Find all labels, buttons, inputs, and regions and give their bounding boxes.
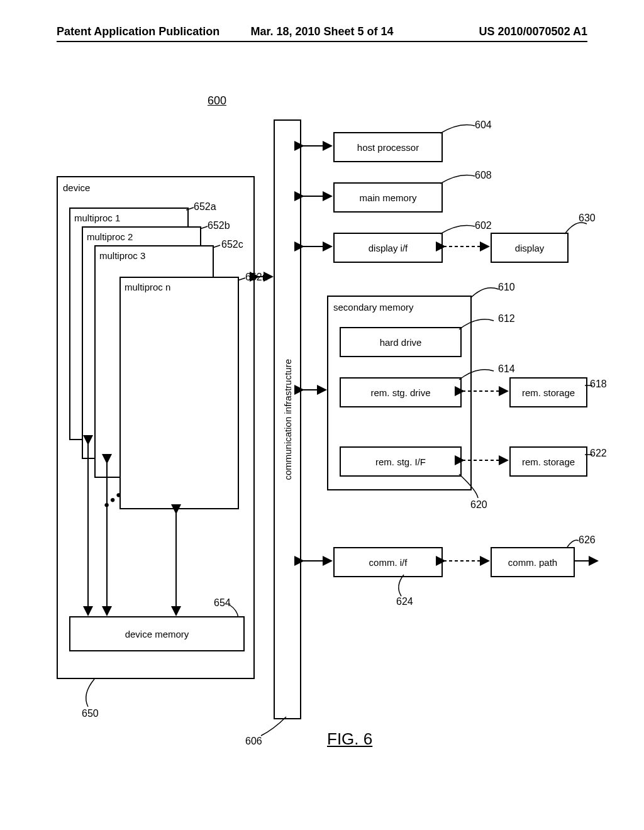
ref-mpn: 652n (245, 272, 268, 283)
ref-dispif: 602 (475, 220, 492, 231)
header-left: Patent Application Publication (57, 25, 233, 38)
host-processor-box: host processor (333, 132, 443, 162)
ref-bus: 606 (245, 736, 262, 747)
multiproc-3-label: multiproc 3 (99, 250, 145, 261)
ref-mp3: 652c (221, 239, 243, 250)
ref-rs1: 618 (590, 379, 607, 390)
header-center: Mar. 18, 2010 Sheet 5 of 14 (233, 25, 410, 38)
display-if-box: display i/f (333, 233, 443, 263)
main-memory-label: main memory (360, 192, 417, 203)
rem-stg-if-box: rem. stg. I/F (340, 446, 462, 477)
ref-rsd: 614 (498, 363, 515, 375)
device-memory-label: device memory (125, 629, 189, 639)
bus-label: communication infrastructure (282, 359, 293, 480)
ref-device: 650 (82, 708, 99, 719)
ref-display: 630 (579, 213, 596, 224)
display-box: display (491, 233, 569, 263)
figure-area: 600 communication infrastructure 606 hos… (57, 94, 587, 799)
display-label: display (515, 243, 545, 253)
ref-rs2: 622 (590, 448, 607, 459)
multiproc-n-box: multiproc n (119, 277, 239, 509)
comm-if-box: comm. i/f (333, 547, 443, 577)
main-memory-box: main memory (333, 182, 443, 213)
ref-main: 608 (475, 170, 492, 181)
ref-rsf: 620 (470, 499, 487, 511)
comm-path-box: comm. path (491, 547, 575, 577)
multiproc-n-label: multiproc n (125, 282, 170, 292)
ref-mp2: 652b (208, 220, 230, 231)
ref-secmem: 610 (498, 282, 515, 293)
multiproc-2-label: multiproc 2 (87, 231, 133, 242)
hard-drive-label: hard drive (380, 337, 422, 348)
figure-caption: FIG. 6 (327, 729, 372, 749)
ref-cif: 624 (396, 596, 413, 607)
rem-storage-2-box: rem. storage (509, 446, 587, 477)
ref-dmem: 654 (214, 597, 231, 609)
secondary-memory-label: secondary memory (333, 302, 414, 313)
rem-storage-1-box: rem. storage (509, 377, 587, 407)
comm-if-label: comm. i/f (369, 557, 408, 568)
rem-stg-drive-label: rem. stg. drive (370, 387, 430, 398)
page-header: Patent Application Publication Mar. 18, … (57, 25, 587, 42)
multiproc-1-label: multiproc 1 (74, 213, 120, 223)
rem-storage-2-label: rem. storage (522, 456, 575, 467)
header-right: US 2010/0070502 A1 (411, 25, 587, 38)
display-if-label: display i/f (369, 243, 408, 253)
ref-host: 604 (475, 119, 492, 131)
ref-mp1: 652a (194, 201, 216, 213)
device-label: device (63, 182, 90, 193)
comm-path-label: comm. path (508, 557, 557, 568)
device-memory-box: device memory (69, 616, 245, 651)
ref-hdd: 612 (498, 313, 515, 324)
rem-stg-if-label: rem. stg. I/F (375, 456, 426, 467)
rem-stg-drive-box: rem. stg. drive (340, 377, 462, 407)
rem-storage-1-label: rem. storage (522, 387, 575, 398)
ref-cp: 626 (579, 534, 596, 546)
ref-overall: 600 (208, 94, 226, 108)
hard-drive-box: hard drive (340, 327, 462, 357)
communication-infrastructure-bus: communication infrastructure (274, 119, 301, 719)
host-processor-label: host processor (357, 142, 419, 153)
